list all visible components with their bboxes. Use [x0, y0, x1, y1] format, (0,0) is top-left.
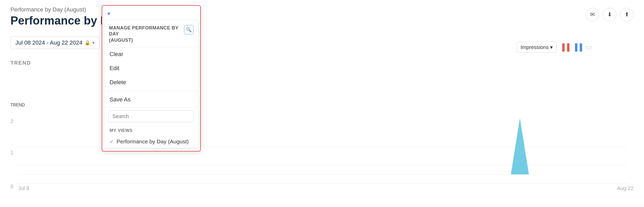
- delete-menu-item[interactable]: Delete: [104, 75, 198, 89]
- chart-area: TREND 2 1 0 Jul 8 Aug 22: [0, 98, 644, 207]
- x-label-aug22: Aug 22: [617, 185, 634, 191]
- email-icon: ✉: [590, 11, 595, 18]
- date-chevron-icon: ▾: [92, 40, 95, 46]
- upload-icon: ⬆: [624, 11, 629, 18]
- download-icon: ⬇: [607, 11, 612, 18]
- impressions-control: Impressions ▾ ▐▐ ▐▐ ▭: [517, 42, 592, 53]
- dropdown-panel: MANAGE PERFORMANCE BY DAY(AUGUST) 🔍 Clea…: [104, 20, 198, 148]
- clear-menu-item[interactable]: Clear: [104, 47, 198, 61]
- lock-icon: 🔒: [84, 40, 90, 46]
- dropdown-trigger-row: ▾: [102, 6, 200, 20]
- impressions-chevron-icon: ▾: [550, 44, 553, 50]
- my-views-label: MY VIEWS: [104, 125, 198, 135]
- view-check-icon: ✓: [110, 138, 114, 145]
- manage-search-button[interactable]: 🔍: [184, 25, 193, 34]
- edit-menu-item[interactable]: Edit: [104, 61, 198, 75]
- bar-chart-outline-icon[interactable]: ▐▐: [573, 43, 582, 51]
- view-item-label: Performance by Day (August): [117, 138, 189, 145]
- impressions-dropdown[interactable]: Impressions ▾: [517, 42, 557, 53]
- email-button[interactable]: ✉: [586, 8, 599, 21]
- manage-dropdown: ▾ MANAGE PERFORMANCE BY DAY(AUGUST) 🔍 Cl…: [102, 5, 201, 151]
- dropdown-chevron-icon[interactable]: ▾: [107, 10, 110, 17]
- y-label-2: 2: [10, 118, 13, 124]
- search-input-wrapper: [104, 107, 198, 125]
- trend-label: TREND: [10, 103, 25, 107]
- header-actions: ✉ ⬇ ⬆: [586, 8, 634, 21]
- download-button[interactable]: ⬇: [603, 8, 616, 21]
- search-icon: 🔍: [186, 27, 192, 33]
- impressions-label: Impressions: [521, 44, 549, 50]
- upload-button[interactable]: ⬆: [620, 8, 634, 21]
- view-item-performance[interactable]: ✓ Performance by Day (August): [104, 135, 198, 148]
- x-label-jul8: Jul 8: [18, 185, 29, 191]
- divider-1: [104, 90, 198, 91]
- bar-chart-filled-icon[interactable]: ▐▐: [560, 43, 569, 51]
- chart-type-icon[interactable]: ▭: [585, 43, 592, 51]
- y-label-0: 0: [10, 184, 13, 190]
- trend-chart-svg: [18, 116, 538, 184]
- svg-marker-0: [511, 118, 529, 175]
- trend-section-label: TREND: [10, 60, 31, 66]
- search-input[interactable]: [108, 111, 194, 122]
- date-range-label: Jul 08 2024 - Aug 22 2024: [15, 39, 82, 46]
- y-label-1: 1: [10, 150, 13, 156]
- manage-title: MANAGE PERFORMANCE BY DAY(AUGUST): [109, 25, 184, 43]
- page-header: Performance by Day (August) Performance …: [0, 0, 644, 36]
- save-as-menu-item[interactable]: Save As: [104, 92, 198, 107]
- manage-header: MANAGE PERFORMANCE BY DAY(AUGUST) 🔍: [104, 20, 198, 47]
- date-range-filter[interactable]: Jul 08 2024 - Aug 22 2024 🔒 ▾: [10, 36, 100, 49]
